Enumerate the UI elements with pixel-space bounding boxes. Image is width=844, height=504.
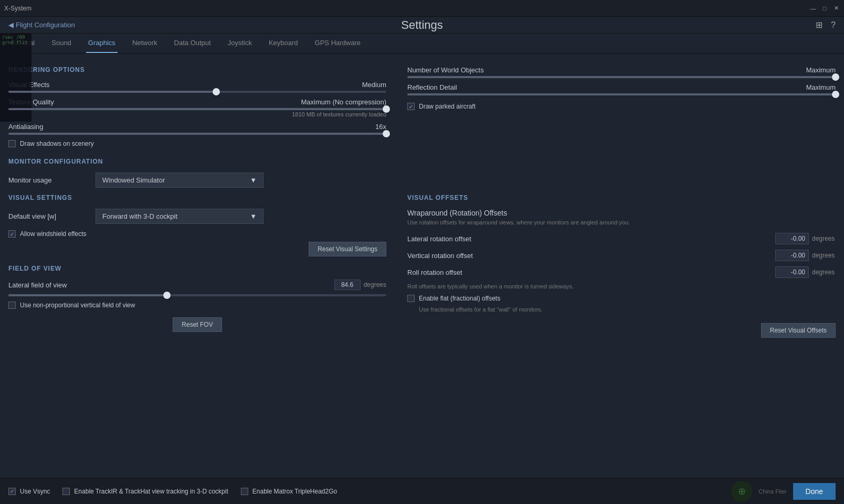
texture-quality-value: Maximum (No compression)	[301, 98, 386, 106]
back-icon: ◀	[8, 21, 14, 29]
default-view-chevron-icon: ▼	[250, 212, 257, 220]
enable-flat-row[interactable]: Enable flat (fractional) offsets	[407, 295, 836, 302]
tabs-bar: General Sound Graphics Network Data Outp…	[0, 34, 844, 53]
non-proportional-row[interactable]: Use non-proportional vertical field of v…	[8, 302, 386, 309]
roll-offset-unit: degrees	[812, 269, 836, 276]
texture-quality-track[interactable]	[8, 108, 386, 110]
lateral-offset-label: Lateral rotation offset	[407, 235, 775, 243]
window-controls: — □ ✕	[809, 5, 840, 12]
allow-windshield-checkbox[interactable]	[8, 230, 16, 238]
texture-quality-sub: 1810 MB of textures currently loaded	[8, 111, 386, 117]
default-view-dropdown[interactable]: Forward with 3-D cockpit ▼	[96, 209, 263, 224]
draw-parked-label: Draw parked aircraft	[419, 103, 476, 110]
lateral-offset-input[interactable]	[775, 233, 809, 244]
default-view-value: Forward with 3-D cockpit	[102, 212, 177, 220]
lateral-fov-unit: degrees	[364, 281, 386, 288]
lateral-fov-thumb[interactable]	[163, 292, 171, 299]
monitor-usage-value: Windowed Simulator	[102, 176, 165, 184]
matrox-row[interactable]: Enable Matrox TripleHead2Go	[241, 488, 337, 495]
matrox-checkbox[interactable]	[241, 488, 248, 495]
tab-gps-hardware[interactable]: GPS Hardware	[313, 34, 363, 53]
vertical-offset-unit: degrees	[812, 252, 836, 259]
china-filer-label: China Flier	[758, 488, 786, 495]
enable-flat-checkbox[interactable]	[407, 295, 415, 302]
monitor-usage-row: Monitor usage Windowed Simulator ▼	[8, 173, 386, 188]
rotation-subtitle: Use rotation offsets for wraparound view…	[407, 219, 836, 226]
header-icons: ⊞ ?	[816, 20, 836, 30]
reflection-detail-section: Reflection Detail Maximum	[407, 83, 836, 95]
draw-parked-checkbox[interactable]	[407, 103, 415, 110]
done-btn[interactable]: Done	[793, 483, 836, 500]
vertical-offset-row: Vertical rotation offset degrees	[407, 250, 836, 261]
tab-data-output[interactable]: Data Output	[172, 34, 213, 53]
roll-offset-input[interactable]	[775, 266, 809, 278]
terminal-line: /sec /00	[2, 35, 29, 40]
lateral-offset-unit: degrees	[812, 235, 836, 242]
roll-offset-label: Roll rotation offset	[407, 269, 775, 276]
tab-keyboard[interactable]: Keyboard	[267, 34, 300, 53]
world-objects-label: Number of World Objects	[407, 66, 484, 74]
draw-shadows-row[interactable]: Draw shadows on scenery	[8, 140, 386, 147]
lateral-fov-label-row: Lateral field of view degrees	[8, 280, 386, 290]
lateral-fov-value-area: degrees	[334, 280, 386, 290]
fov-title: FIELD OF VIEW	[8, 265, 386, 272]
title-bar: X-System — □ ✕	[0, 0, 844, 17]
tab-sound[interactable]: Sound	[49, 34, 73, 53]
tab-joystick[interactable]: Joystick	[226, 34, 254, 53]
reflection-thumb[interactable]	[832, 91, 839, 98]
use-vsync-checkbox[interactable]	[8, 488, 16, 495]
dropdown-chevron-icon: ▼	[250, 176, 257, 184]
filter-icon[interactable]: ⊞	[816, 20, 822, 30]
help-icon[interactable]: ?	[831, 20, 836, 30]
antialiasing-thumb[interactable]	[383, 130, 390, 137]
visual-effects-slider-row: Visual Effects Medium	[8, 81, 386, 93]
tab-graphics[interactable]: Graphics	[86, 34, 118, 53]
antialiasing-slider-row: Antialiasing 16x	[8, 123, 386, 135]
logo-icon: ⊕	[738, 486, 746, 497]
roll-note: Roll offsets are typically used when a m…	[407, 283, 836, 289]
trackir-checkbox[interactable]	[62, 488, 70, 495]
antialiasing-track[interactable]	[8, 133, 386, 135]
draw-shadows-checkbox[interactable]	[8, 140, 16, 147]
visual-effects-thumb[interactable]	[213, 88, 220, 95]
vertical-offset-input[interactable]	[775, 250, 809, 261]
monitor-usage-dropdown[interactable]: Windowed Simulator ▼	[96, 173, 263, 188]
texture-quality-fill	[8, 108, 386, 110]
visual-effects-fill	[8, 91, 216, 93]
world-objects-label-row: Number of World Objects Maximum	[407, 66, 836, 74]
reset-visual-settings-btn[interactable]: Reset Visual Settings	[309, 242, 386, 256]
tab-network[interactable]: Network	[130, 34, 160, 53]
trackir-label: Enable TrackIR & TrackHat view tracking …	[74, 488, 228, 495]
lateral-fov-track[interactable]	[8, 294, 386, 296]
world-objects-fill	[407, 76, 836, 78]
reset-visual-offsets-btn[interactable]: Reset Visual Offsets	[761, 323, 836, 338]
rendering-options-title: RENDERING OPTIONS	[8, 66, 386, 73]
maximize-btn[interactable]: □	[821, 5, 828, 12]
world-objects-thumb[interactable]	[832, 73, 839, 81]
antialiasing-label: Antialiasing	[8, 123, 44, 131]
non-proportional-checkbox[interactable]	[8, 302, 16, 309]
texture-quality-thumb[interactable]	[383, 105, 390, 113]
draw-shadows-label: Draw shadows on scenery	[20, 140, 94, 147]
back-link[interactable]: ◀ Flight Configuration	[8, 21, 75, 29]
visual-effects-track[interactable]	[8, 91, 386, 93]
lateral-fov-input[interactable]	[334, 280, 361, 290]
bottom-bar: Use Vsync Enable TrackIR & TrackHat view…	[0, 478, 844, 504]
trackir-row[interactable]: Enable TrackIR & TrackHat view tracking …	[62, 488, 228, 495]
use-vsync-row[interactable]: Use Vsync	[8, 488, 50, 495]
close-btn[interactable]: ✕	[832, 5, 840, 12]
main-content: RENDERING OPTIONS Visual Effects Medium …	[0, 53, 844, 460]
visual-offsets-section: VISUAL OFFSETS Wraparound (Rotation) Off…	[407, 194, 836, 338]
reflection-label: Reflection Detail	[407, 83, 457, 91]
draw-parked-row[interactable]: Draw parked aircraft	[407, 103, 836, 110]
reflection-value: Maximum	[806, 83, 836, 91]
enable-flat-label: Enable flat (fractional) offsets	[419, 295, 500, 302]
visual-settings-title: VISUAL SETTINGS	[8, 194, 386, 201]
reflection-track[interactable]	[407, 93, 836, 95]
allow-windshield-row[interactable]: Allow windshield effects	[8, 230, 386, 238]
world-objects-track[interactable]	[407, 76, 836, 78]
left-panel: RENDERING OPTIONS Visual Effects Medium …	[8, 62, 386, 452]
minimize-btn[interactable]: —	[809, 5, 817, 12]
reset-fov-btn[interactable]: Reset FOV	[173, 317, 221, 332]
back-label: Flight Configuration	[16, 21, 75, 29]
